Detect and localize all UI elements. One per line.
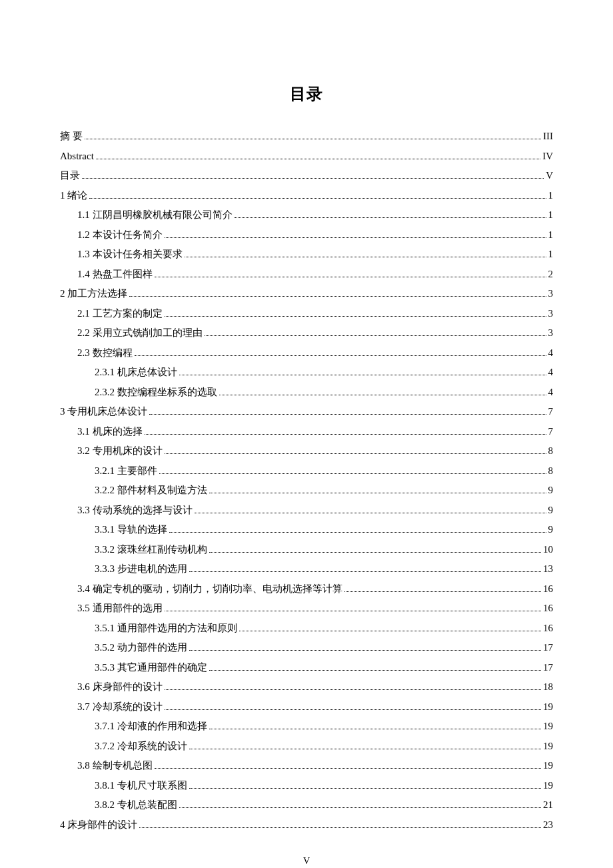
toc-entry: 1.2 本设计任务简介1 <box>60 226 553 244</box>
toc-label: 2.1 工艺方案的制定 <box>77 305 163 323</box>
toc-page: 16 <box>543 619 553 637</box>
toc-leader <box>89 198 546 199</box>
toc-entry: 3.2.1 主要部件8 <box>60 462 553 480</box>
toc-leader <box>209 729 541 729</box>
toc-page: 8 <box>548 442 554 460</box>
toc-label: 摘 要 <box>60 127 83 145</box>
toc-leader <box>145 434 546 435</box>
toc-leader <box>189 749 541 749</box>
toc-leader <box>165 709 542 710</box>
toc-page: 19 <box>543 757 553 775</box>
toc-page: 19 <box>543 737 553 755</box>
toc-leader <box>96 159 540 159</box>
toc-page: 13 <box>543 560 553 578</box>
toc-entry: 3.5.2 动力部件的选用17 <box>60 639 553 657</box>
toc-entry: 1.4 热盘工件图样2 <box>60 265 553 283</box>
toc-entry: 3.8 绘制专机总图19 <box>60 757 553 775</box>
toc-page: 16 <box>543 599 553 617</box>
toc-leader <box>185 257 546 257</box>
toc-page: 8 <box>548 462 554 480</box>
toc-label: 3.6 床身部件的设计 <box>77 678 163 696</box>
toc-leader <box>189 650 541 651</box>
toc-entry: 2.1 工艺方案的制定3 <box>60 305 553 323</box>
toc-label: 3.3.3 步进电机的选用 <box>95 560 187 578</box>
toc-page: 4 <box>548 383 554 401</box>
toc-page: 19 <box>543 717 553 735</box>
toc-label: 3.8.2 专机总装配图 <box>95 796 177 814</box>
toc-label: 4 床身部件的设计 <box>60 816 137 834</box>
toc-entry: 3.3.1 导轨的选择9 <box>60 521 553 539</box>
toc-entry: 3.4 确定专机的驱动，切削力，切削功率、电动机选择等计算16 <box>60 580 553 598</box>
toc-label: 1 绪论 <box>60 187 87 205</box>
toc-entry: 3.7.1 冷却液的作用和选择19 <box>60 717 553 735</box>
toc-leader <box>179 807 541 808</box>
page-number: V <box>60 853 553 868</box>
toc-entry: 3.5.3 其它通用部件的确定17 <box>60 659 553 677</box>
toc-entry: 3.7.2 冷却系统的设计19 <box>60 737 553 755</box>
toc-page: 21 <box>543 796 553 814</box>
toc-entry: 1 绪论1 <box>60 187 553 205</box>
toc-leader <box>159 473 546 474</box>
toc-label: 目录 <box>60 167 80 185</box>
toc-leader <box>344 591 542 592</box>
toc-leader <box>165 611 542 611</box>
toc-label: 3.2.1 主要部件 <box>95 462 157 480</box>
toc-entry: 3.8.1 专机尺寸联系图19 <box>60 777 553 795</box>
toc-label: 3.7 冷却系统的设计 <box>77 698 163 716</box>
toc-page: 9 <box>548 521 554 539</box>
toc-leader <box>205 335 546 336</box>
toc-label: 3.2.2 部件材料及制造方法 <box>95 481 207 499</box>
toc-label: 1.4 热盘工件图样 <box>77 265 153 283</box>
toc-label: 1.2 本设计任务简介 <box>77 226 163 244</box>
toc-page: 3 <box>548 285 554 303</box>
toc-page: 19 <box>543 698 553 716</box>
toc-label: 2.3.2 数控编程坐标系的选取 <box>95 383 217 401</box>
toc-leader <box>165 689 542 690</box>
toc-leader <box>209 552 541 553</box>
toc-leader <box>149 414 546 415</box>
toc-entry: 2.3 数控编程4 <box>60 344 553 362</box>
toc-entry: 3.3 传动系统的选择与设计9 <box>60 501 553 519</box>
toc-leader <box>235 217 546 218</box>
toc-label: 3.2 专用机床的设计 <box>77 442 163 460</box>
toc-leader <box>179 375 546 375</box>
toc-page: 7 <box>548 403 554 421</box>
toc-label: 3.5.2 动力部件的选用 <box>95 639 187 657</box>
toc-leader <box>195 513 546 513</box>
toc-page: 4 <box>548 344 554 362</box>
toc-page: 1 <box>548 206 554 224</box>
toc-entry: 1.1 江阴昌明橡胶机械有限公司简介1 <box>60 206 553 224</box>
toc-leader <box>155 768 542 769</box>
toc-leader <box>165 316 546 317</box>
toc-leader <box>189 571 541 572</box>
toc-page: 3 <box>548 305 554 323</box>
toc-label: 3.8.1 专机尺寸联系图 <box>95 777 187 795</box>
toc-page: 1 <box>548 245 554 263</box>
toc-leader <box>82 178 544 179</box>
toc-label: 2.3.1 机床总体设计 <box>95 363 177 381</box>
toc-page: 23 <box>543 816 553 834</box>
toc-label: Abstract <box>60 147 94 165</box>
toc-page: 9 <box>548 481 554 499</box>
toc-leader <box>189 788 541 789</box>
toc-page: 7 <box>548 423 554 441</box>
toc-page: 1 <box>548 187 554 205</box>
toc-entry: 3.3.2 滚珠丝杠副传动机构10 <box>60 541 553 559</box>
toc-leader <box>165 237 546 238</box>
toc-page: 3 <box>548 324 554 342</box>
toc-page: 10 <box>543 541 553 559</box>
toc-label: 1.3 本设计任务相关要求 <box>77 245 183 263</box>
toc-leader <box>209 493 546 493</box>
toc-label: 3.5 通用部件的选用 <box>77 599 163 617</box>
toc-leader <box>209 670 541 671</box>
toc-entry: 2 加工方法选择3 <box>60 285 553 303</box>
toc-entry: AbstractIV <box>60 147 553 165</box>
toc-leader <box>85 139 541 139</box>
toc-entry: 4 床身部件的设计23 <box>60 816 553 834</box>
toc-label: 3.4 确定专机的驱动，切削力，切削功率、电动机选择等计算 <box>77 580 342 598</box>
toc-label: 3.7.1 冷却液的作用和选择 <box>95 717 207 735</box>
toc-leader <box>239 631 541 631</box>
toc-page: 2 <box>548 265 554 283</box>
toc-label: 3.3 传动系统的选择与设计 <box>77 501 193 519</box>
toc-entry: 目录V <box>60 167 553 185</box>
